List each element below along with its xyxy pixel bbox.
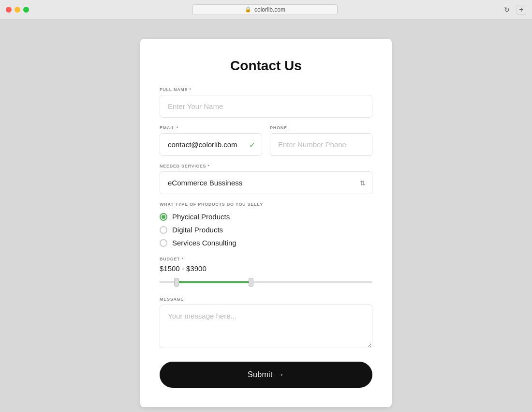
form-title: Contact Us xyxy=(160,58,372,74)
radio-physical-label: Phycical Products xyxy=(172,213,230,221)
radio-physical-input[interactable] xyxy=(160,213,167,221)
radio-digital-input[interactable] xyxy=(160,226,167,234)
message-group: MESSAGE xyxy=(160,297,372,350)
url-bar[interactable]: 🔒 colorlib.com xyxy=(192,4,338,15)
services-select-wrapper: eCommerce Bussiness Web Design SEO Marke… xyxy=(160,171,372,194)
email-label: EMAIL * xyxy=(160,125,262,130)
browser-chrome: 🔒 colorlib.com ↻ + xyxy=(0,0,532,19)
message-label: MESSAGE xyxy=(160,297,372,302)
submit-button[interactable]: Submit → xyxy=(160,362,372,388)
radio-digital-label: Digital Products xyxy=(172,226,223,234)
url-text: colorlib.com xyxy=(254,6,285,13)
services-select[interactable]: eCommerce Bussiness Web Design SEO Marke… xyxy=(160,171,372,194)
radio-physical-dot xyxy=(162,215,165,219)
contact-form-card: Contact Us FULL NAME * EMAIL * ✓ PHONE N… xyxy=(140,39,392,407)
email-wrapper: ✓ xyxy=(160,133,262,156)
product-type-question: WHAT TYPE OF PRODUCTS DO YOU SELL? xyxy=(160,202,372,207)
services-label: NEEDED SERVICES * xyxy=(160,164,372,168)
product-type-group: WHAT TYPE OF PRODUCTS DO YOU SELL? Phyci… xyxy=(160,202,372,247)
radio-digital[interactable]: Digital Products xyxy=(160,226,372,234)
phone-input[interactable] xyxy=(270,133,372,156)
new-tab-button[interactable]: + xyxy=(517,5,526,15)
submit-label: Submit xyxy=(248,370,273,379)
radio-services-input[interactable] xyxy=(160,239,167,247)
message-textarea[interactable] xyxy=(160,305,372,348)
traffic-lights xyxy=(6,7,29,13)
budget-value: $1500 - $3900 xyxy=(160,264,372,273)
email-check-icon: ✓ xyxy=(249,140,255,149)
maximize-button[interactable] xyxy=(23,7,29,13)
budget-label: BUDGET * xyxy=(160,257,372,261)
phone-group: PHONE xyxy=(270,125,372,156)
phone-label: PHONE xyxy=(270,125,372,130)
budget-section: BUDGET * $1500 - $3900 xyxy=(160,257,372,287)
radio-services-label: Services Consulting xyxy=(172,239,236,247)
email-phone-row: EMAIL * ✓ PHONE xyxy=(160,125,372,156)
slider-track xyxy=(160,281,372,283)
radio-services[interactable]: Services Consulting xyxy=(160,239,372,247)
services-group: NEEDED SERVICES * eCommerce Bussiness We… xyxy=(160,164,372,194)
slider-fill xyxy=(177,281,251,283)
address-bar: 🔒 colorlib.com xyxy=(33,4,497,15)
full-name-input[interactable] xyxy=(160,95,372,118)
email-group: EMAIL * ✓ xyxy=(160,125,262,156)
budget-slider-container xyxy=(160,277,372,287)
slider-thumb-left[interactable] xyxy=(174,278,179,287)
minimize-button[interactable] xyxy=(15,7,20,13)
browser-content: Contact Us FULL NAME * EMAIL * ✓ PHONE N… xyxy=(0,19,532,412)
refresh-button[interactable]: ↻ xyxy=(501,5,513,15)
email-input[interactable] xyxy=(160,133,262,156)
slider-thumb-right[interactable] xyxy=(249,278,253,287)
close-button[interactable] xyxy=(6,7,12,13)
full-name-label: FULL NAME * xyxy=(160,87,372,92)
submit-arrow-icon: → xyxy=(277,370,284,379)
radio-physical[interactable]: Phycical Products xyxy=(160,213,372,221)
lock-icon: 🔒 xyxy=(245,6,251,13)
full-name-group: FULL NAME * xyxy=(160,87,372,118)
